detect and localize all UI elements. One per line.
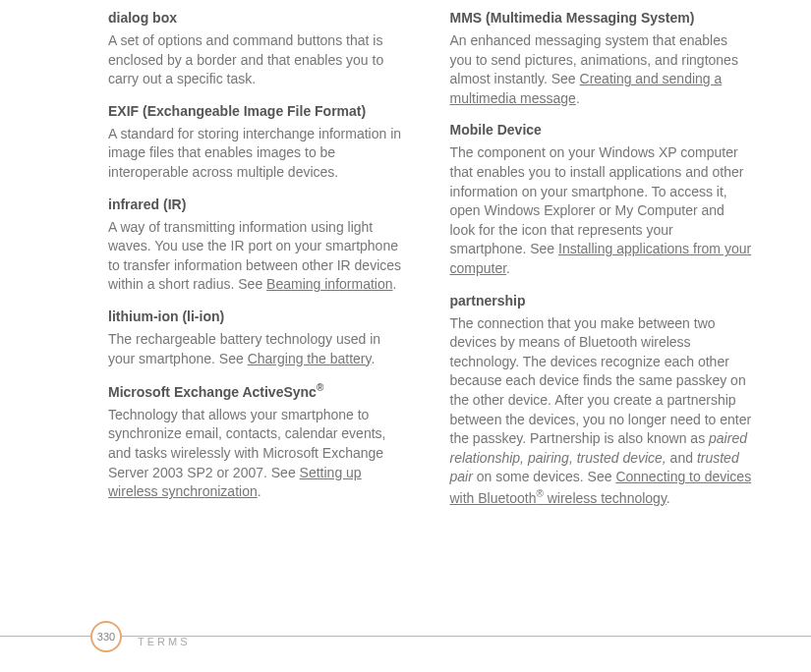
page-number-badge: 330 bbox=[90, 621, 122, 652]
def-mobile-device: The component on your Windows XP compute… bbox=[450, 143, 753, 278]
term-activesync: Microsoft Exchange ActiveSync® bbox=[108, 382, 411, 400]
registered-mark-icon: ® bbox=[317, 382, 323, 393]
link-bluetooth-post: wireless technology bbox=[544, 490, 666, 506]
def-partnership: The connection that you make between two… bbox=[450, 314, 753, 509]
link-charging[interactable]: Charging the battery bbox=[248, 351, 372, 366]
def-partnership-pre: The connection that you make between two… bbox=[450, 315, 752, 447]
term-partnership: partnership bbox=[450, 293, 753, 308]
def-dialog-box: A set of options and command buttons tha… bbox=[108, 31, 411, 89]
term-activesync-text: Microsoft Exchange ActiveSync bbox=[108, 384, 317, 400]
def-partnership-post2: . bbox=[666, 490, 670, 506]
def-partnership-mid: and bbox=[666, 450, 697, 466]
term-dialog-box: dialog box bbox=[108, 10, 411, 26]
footer-inner: 330 TERMS bbox=[0, 637, 811, 652]
term-lithium: lithium-ion (li-ion) bbox=[108, 308, 411, 324]
link-beaming[interactable]: Beaming information bbox=[266, 276, 392, 292]
page-footer: 330 TERMS bbox=[0, 636, 811, 652]
def-lithium-post: . bbox=[371, 351, 375, 366]
term-mobile-device: Mobile Device bbox=[450, 122, 753, 138]
right-column: MMS (Multimedia Messaging System) An enh… bbox=[450, 10, 753, 508]
content-columns: dialog box A set of options and command … bbox=[0, 0, 811, 508]
footer-section-label: TERMS bbox=[138, 636, 191, 647]
term-infrared: infrared (IR) bbox=[108, 196, 411, 212]
def-infrared: A way of transmitting information using … bbox=[108, 218, 411, 295]
def-activesync-post: . bbox=[258, 483, 261, 499]
def-activesync: Technology that allows your smartphone t… bbox=[108, 406, 411, 502]
term-exif: EXIF (Exchangeable Image File Format) bbox=[108, 103, 411, 119]
def-mobile-post: . bbox=[506, 260, 510, 276]
term-mms: MMS (Multimedia Messaging System) bbox=[450, 10, 753, 26]
def-partnership-post1: on some devices. See bbox=[473, 469, 616, 484]
def-exif: A standard for storing interchange infor… bbox=[108, 125, 411, 183]
def-mms-post: . bbox=[576, 90, 580, 106]
def-mms: An enhanced messaging system that enable… bbox=[450, 31, 753, 108]
def-lithium: The rechargeable battery technology used… bbox=[108, 330, 411, 368]
registered-mark-icon: ® bbox=[536, 488, 543, 499]
def-infrared-post: . bbox=[393, 276, 397, 292]
left-column: dialog box A set of options and command … bbox=[108, 10, 411, 508]
